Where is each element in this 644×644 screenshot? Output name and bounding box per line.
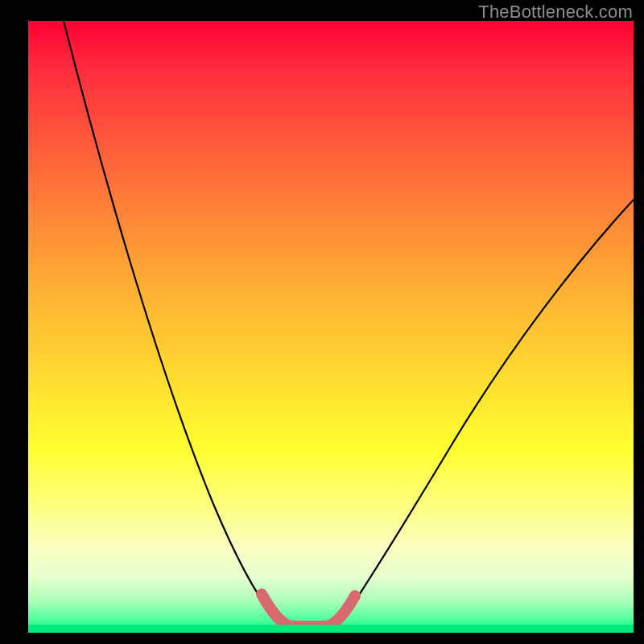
plot-area — [28, 21, 634, 633]
curve-layer — [28, 21, 634, 633]
left-curve — [64, 21, 275, 618]
bottom-red-band — [262, 594, 355, 626]
chart-frame: TheBottleneck.com — [0, 0, 644, 644]
watermark-text: TheBottleneck.com — [478, 2, 633, 23]
right-curve — [344, 200, 634, 618]
